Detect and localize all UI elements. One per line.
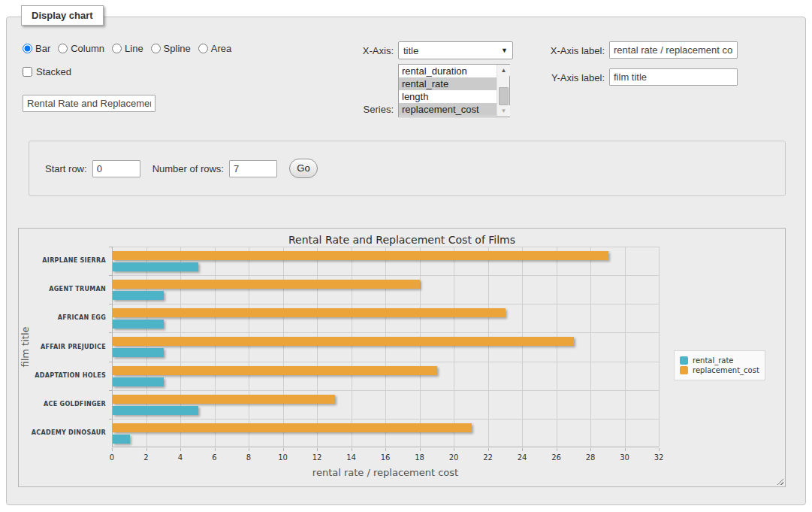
- x-axis-select-value: title: [403, 45, 418, 56]
- gridline-horizontal: [113, 275, 659, 276]
- legend-label-replacement_cost: replacement_cost: [693, 366, 759, 374]
- legend-item-rental_rate[interactable]: rental_rate: [680, 356, 759, 365]
- x-axis-tick-label: 24: [511, 453, 533, 462]
- go-button[interactable]: Go: [289, 159, 318, 178]
- category-label: ADAPTATION HOLES: [22, 372, 106, 379]
- x-axis-tick: [112, 448, 113, 451]
- chart-type-label: Bar: [35, 43, 50, 54]
- chart-type-option-bar: Bar: [23, 43, 50, 54]
- bar-rental_rate: [113, 348, 164, 357]
- bar-rental_rate: [113, 377, 164, 386]
- x-axis-tick-label: 32: [647, 453, 670, 462]
- chart-type-radio-bar[interactable]: [23, 44, 32, 53]
- x-axis-tick: [625, 448, 626, 451]
- bar-rental_rate: [113, 291, 164, 300]
- start-row-label: Start row:: [45, 163, 87, 174]
- chart-type-option-column: Column: [58, 43, 104, 54]
- chart-type-label: Spline: [164, 43, 191, 54]
- chart-type-option-spline: Spline: [151, 43, 191, 54]
- gridline-horizontal: [113, 419, 659, 420]
- x-axis-tick-label: 30: [614, 453, 636, 462]
- x-axis-tick-label: 8: [237, 453, 260, 462]
- gridline-vertical: [317, 247, 318, 447]
- gridline-vertical: [180, 247, 181, 447]
- x-axis-label-text: X-Axis:: [335, 45, 394, 56]
- category-label: ACADEMY DINOSAUR: [22, 429, 106, 436]
- series-listbox[interactable]: rental_durationrental_ratelengthreplacem…: [398, 64, 510, 117]
- chart-type-radio-group: BarColumnLineSplineArea: [23, 43, 239, 54]
- gridline-vertical: [249, 247, 249, 447]
- legend-label-rental_rate: rental_rate: [693, 356, 734, 365]
- category-label: AFRICAN EGG: [22, 314, 106, 321]
- x-axis-tick: [249, 448, 249, 451]
- bar-rental_rate: [113, 320, 164, 329]
- bar-replacement_cost: [113, 366, 437, 375]
- x-axis-tick-label: 16: [374, 453, 397, 462]
- gridline-horizontal: [113, 247, 659, 247]
- x-axis-tick: [488, 448, 489, 451]
- y-axis-label-input[interactable]: [609, 68, 738, 86]
- x-axis-label-field-text: X-Axis label:: [536, 45, 605, 56]
- chart-type-label: Column: [71, 43, 104, 54]
- stacked-checkbox[interactable]: [23, 67, 32, 77]
- chart-title-input[interactable]: [23, 95, 155, 112]
- series-option-rental_duration[interactable]: rental_duration: [399, 65, 497, 77]
- x-axis-tick-label: 2: [135, 453, 158, 462]
- resize-handle[interactable]: [775, 477, 783, 485]
- x-axis-tick-label: 6: [204, 453, 226, 462]
- x-axis-tick: [215, 448, 216, 451]
- x-axis-tick-label: 28: [579, 453, 602, 462]
- series-option-rental_rate[interactable]: rental_rate: [399, 77, 497, 90]
- panel-title: Display chart: [21, 5, 104, 26]
- x-axis-tick: [180, 448, 181, 451]
- y-axis-label-field-text: Y-Axis label:: [536, 72, 605, 83]
- chart-type-radio-column[interactable]: [58, 44, 68, 53]
- x-axis-tick-label: 26: [545, 453, 568, 462]
- dropdown-arrow-icon: ▼: [501, 47, 508, 54]
- gridline-vertical: [590, 247, 591, 447]
- chart-type-label: Area: [211, 43, 231, 54]
- x-axis-tick: [420, 448, 421, 451]
- gridline-vertical: [283, 247, 284, 447]
- series-options: rental_durationrental_ratelengthreplacem…: [399, 65, 497, 117]
- scroll-up-icon[interactable]: ▲: [497, 65, 510, 76]
- stacked-label: Stacked: [36, 66, 71, 77]
- x-axis-tick: [522, 448, 523, 451]
- scrollbar-thumb[interactable]: [499, 87, 509, 105]
- bar-replacement_cost: [113, 308, 506, 317]
- category-label: AIRPLANE SIERRA: [22, 257, 106, 264]
- x-axis-tick-label: 22: [477, 453, 500, 462]
- series-option-length[interactable]: length: [399, 90, 497, 103]
- legend-item-replacement_cost[interactable]: replacement_cost: [680, 366, 759, 374]
- start-row-input[interactable]: [92, 160, 140, 177]
- x-axis-select[interactable]: title ▼: [398, 41, 513, 59]
- chart-type-label: Line: [125, 43, 143, 54]
- series-option-replacement_cost[interactable]: replacement_cost: [399, 103, 497, 116]
- listbox-scrollbar[interactable]: ▲ ▼: [497, 65, 509, 117]
- chart-type-option-area: Area: [198, 43, 231, 54]
- x-axis-tick-label: 18: [409, 453, 431, 462]
- chart-type-radio-area[interactable]: [198, 44, 208, 53]
- x-axis-tick: [454, 448, 454, 451]
- bar-rental_rate: [113, 262, 198, 271]
- x-axis-tick: [385, 448, 386, 451]
- chart-type-radio-spline[interactable]: [151, 44, 161, 53]
- gridline-horizontal: [113, 390, 659, 391]
- y-axis-tick: [109, 304, 112, 304]
- x-axis-tick: [557, 448, 557, 451]
- category-label: ACE GOLDFINGER: [22, 401, 106, 407]
- y-axis-title: film title: [20, 295, 31, 400]
- chart-type-radio-line[interactable]: [112, 44, 122, 53]
- gridline-vertical: [625, 247, 626, 447]
- scroll-down-icon[interactable]: ▼: [497, 105, 510, 117]
- num-rows-input[interactable]: [229, 160, 277, 177]
- gridline-vertical: [352, 247, 352, 447]
- bar-replacement_cost: [113, 251, 608, 260]
- bar-rental_rate: [113, 435, 130, 444]
- num-rows-label: Number of rows:: [152, 163, 224, 174]
- y-axis-tick: [109, 419, 112, 420]
- x-axis-tick-label: 14: [340, 453, 363, 462]
- series-label-text: Series:: [335, 104, 394, 115]
- x-axis-label-input[interactable]: [609, 41, 738, 59]
- row-range-controls: Start row: Number of rows: Go: [45, 159, 318, 178]
